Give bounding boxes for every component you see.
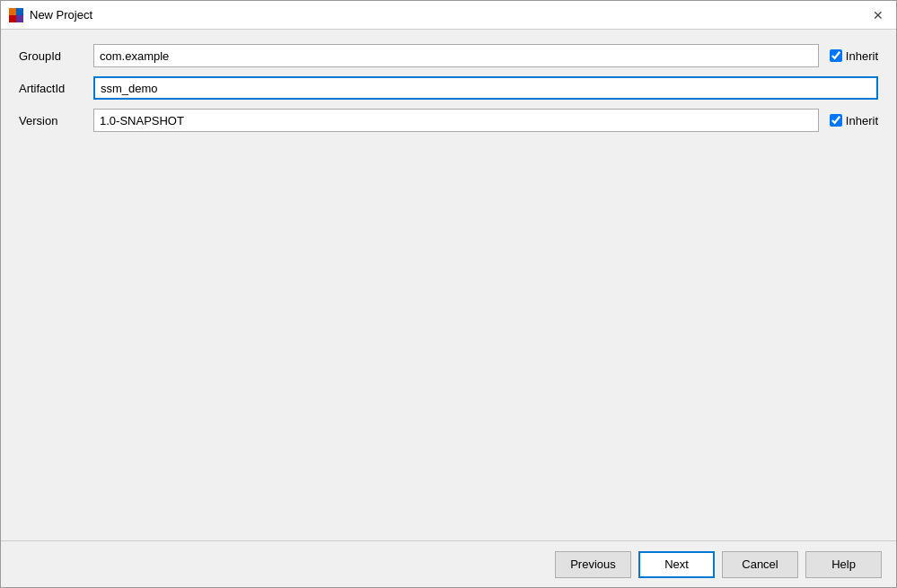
- new-project-dialog: New Project ✕ GroupId Inherit ArtifactId…: [0, 0, 897, 588]
- artifactid-row: ArtifactId: [19, 76, 878, 100]
- svg-rect-1: [9, 15, 16, 22]
- groupid-label: GroupId: [19, 49, 86, 63]
- groupid-input[interactable]: [93, 44, 819, 67]
- version-input[interactable]: [93, 109, 819, 132]
- previous-button[interactable]: Previous: [555, 551, 631, 578]
- version-inherit-label: Inherit: [846, 114, 878, 127]
- artifactid-input[interactable]: [93, 76, 878, 100]
- groupid-inherit-label: Inherit: [846, 49, 878, 63]
- svg-rect-0: [9, 8, 16, 15]
- version-label: Version: [19, 114, 86, 127]
- content-spacer: [19, 141, 878, 526]
- close-button[interactable]: ✕: [867, 4, 889, 26]
- button-bar: Previous Next Cancel Help: [1, 540, 896, 587]
- artifactid-label: ArtifactId: [19, 82, 86, 95]
- cancel-button[interactable]: Cancel: [722, 551, 798, 578]
- groupid-inherit-checkbox-wrapper: Inherit: [830, 49, 878, 63]
- help-button[interactable]: Help: [805, 551, 882, 578]
- svg-rect-3: [16, 15, 23, 22]
- groupid-row: GroupId Inherit: [19, 44, 878, 67]
- version-row: Version Inherit: [19, 109, 878, 132]
- content-area: GroupId Inherit ArtifactId Version Inher…: [1, 30, 896, 540]
- groupid-inherit-checkbox[interactable]: [830, 49, 842, 62]
- title-bar: New Project ✕: [1, 1, 896, 30]
- dialog-title: New Project: [30, 8, 92, 22]
- version-inherit-checkbox-wrapper: Inherit: [830, 114, 878, 127]
- svg-rect-2: [16, 8, 23, 15]
- title-bar-left: New Project: [8, 7, 92, 23]
- new-project-icon: [8, 7, 24, 23]
- next-button[interactable]: Next: [638, 551, 715, 578]
- version-inherit-checkbox[interactable]: [830, 114, 842, 127]
